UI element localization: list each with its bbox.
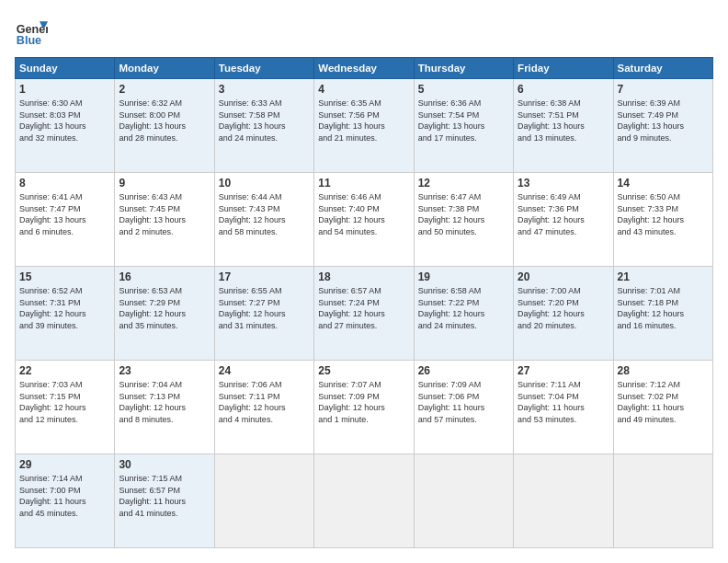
day-info: Sunrise: 6:35 AM Sunset: 7:56 PM Dayligh…: [318, 98, 409, 144]
day-info: Sunrise: 7:00 AM Sunset: 7:20 PM Dayligh…: [518, 285, 609, 331]
day-cell-2: 2Sunrise: 6:32 AM Sunset: 8:00 PM Daylig…: [115, 79, 214, 173]
day-number: 17: [219, 270, 310, 283]
day-cell-26: 26Sunrise: 7:09 AM Sunset: 7:06 PM Dayli…: [414, 361, 513, 454]
day-info: Sunrise: 7:07 AM Sunset: 7:09 PM Dayligh…: [318, 379, 409, 425]
day-number: 10: [219, 177, 310, 190]
weekday-header-monday: Monday: [115, 58, 214, 79]
day-cell-22: 22Sunrise: 7:03 AM Sunset: 7:15 PM Dayli…: [16, 361, 115, 454]
day-info: Sunrise: 7:01 AM Sunset: 7:18 PM Dayligh…: [618, 285, 709, 331]
day-cell-12: 12Sunrise: 6:47 AM Sunset: 7:38 PM Dayli…: [414, 173, 513, 267]
weekday-header-sunday: Sunday: [16, 58, 115, 79]
day-info: Sunrise: 6:43 AM Sunset: 7:45 PM Dayligh…: [119, 191, 210, 237]
calendar-week-4: 29Sunrise: 7:14 AM Sunset: 7:00 PM Dayli…: [16, 454, 713, 548]
weekday-header-friday: Friday: [514, 58, 613, 79]
day-number: 13: [518, 177, 609, 190]
day-cell-6: 6Sunrise: 6:38 AM Sunset: 7:51 PM Daylig…: [514, 79, 613, 173]
empty-cell: [613, 454, 712, 548]
calendar-week-3: 22Sunrise: 7:03 AM Sunset: 7:15 PM Dayli…: [16, 361, 713, 454]
day-number: 26: [418, 364, 509, 377]
calendar-week-2: 15Sunrise: 6:52 AM Sunset: 7:31 PM Dayli…: [16, 267, 713, 361]
day-number: 25: [318, 364, 409, 377]
day-cell-1: 1Sunrise: 6:30 AM Sunset: 8:03 PM Daylig…: [16, 79, 115, 173]
svg-text:Blue: Blue: [17, 34, 41, 47]
day-cell-21: 21Sunrise: 7:01 AM Sunset: 7:18 PM Dayli…: [613, 267, 712, 361]
day-number: 1: [19, 83, 110, 96]
day-number: 11: [318, 177, 409, 190]
day-info: Sunrise: 7:09 AM Sunset: 7:06 PM Dayligh…: [418, 379, 509, 425]
day-info: Sunrise: 6:44 AM Sunset: 7:43 PM Dayligh…: [219, 191, 310, 237]
day-cell-9: 9Sunrise: 6:43 AM Sunset: 7:45 PM Daylig…: [115, 173, 214, 267]
day-number: 6: [518, 83, 609, 96]
weekday-header-thursday: Thursday: [414, 58, 513, 79]
day-info: Sunrise: 6:55 AM Sunset: 7:27 PM Dayligh…: [219, 285, 310, 331]
weekday-header-tuesday: Tuesday: [214, 58, 313, 79]
day-info: Sunrise: 6:36 AM Sunset: 7:54 PM Dayligh…: [418, 98, 509, 144]
calendar-week-1: 8Sunrise: 6:41 AM Sunset: 7:47 PM Daylig…: [16, 173, 713, 267]
day-info: Sunrise: 6:32 AM Sunset: 8:00 PM Dayligh…: [119, 98, 210, 144]
day-cell-25: 25Sunrise: 7:07 AM Sunset: 7:09 PM Dayli…: [314, 361, 414, 454]
day-info: Sunrise: 7:11 AM Sunset: 7:04 PM Dayligh…: [518, 379, 609, 425]
day-number: 23: [119, 364, 210, 377]
day-cell-30: 30Sunrise: 7:15 AM Sunset: 6:57 PM Dayli…: [115, 454, 214, 548]
day-info: Sunrise: 7:15 AM Sunset: 6:57 PM Dayligh…: [119, 473, 210, 519]
day-number: 9: [119, 177, 210, 190]
day-info: Sunrise: 7:04 AM Sunset: 7:13 PM Dayligh…: [119, 379, 210, 425]
day-number: 3: [219, 83, 310, 96]
day-number: 7: [618, 83, 709, 96]
day-number: 21: [618, 270, 709, 283]
day-number: 8: [19, 177, 110, 190]
day-cell-29: 29Sunrise: 7:14 AM Sunset: 7:00 PM Dayli…: [16, 454, 115, 548]
day-cell-16: 16Sunrise: 6:53 AM Sunset: 7:29 PM Dayli…: [115, 267, 214, 361]
day-cell-7: 7Sunrise: 6:39 AM Sunset: 7:49 PM Daylig…: [613, 79, 712, 173]
day-cell-10: 10Sunrise: 6:44 AM Sunset: 7:43 PM Dayli…: [214, 173, 313, 267]
day-cell-13: 13Sunrise: 6:49 AM Sunset: 7:36 PM Dayli…: [514, 173, 613, 267]
day-info: Sunrise: 6:46 AM Sunset: 7:40 PM Dayligh…: [318, 191, 409, 237]
empty-cell: [414, 454, 513, 548]
day-number: 28: [618, 364, 709, 377]
logo-icon: General Blue: [15, 15, 48, 48]
day-cell-28: 28Sunrise: 7:12 AM Sunset: 7:02 PM Dayli…: [613, 361, 712, 454]
day-cell-19: 19Sunrise: 6:58 AM Sunset: 7:22 PM Dayli…: [414, 267, 513, 361]
day-info: Sunrise: 6:49 AM Sunset: 7:36 PM Dayligh…: [518, 191, 609, 237]
day-cell-24: 24Sunrise: 7:06 AM Sunset: 7:11 PM Dayli…: [214, 361, 313, 454]
day-info: Sunrise: 7:06 AM Sunset: 7:11 PM Dayligh…: [219, 379, 310, 425]
day-number: 15: [19, 270, 110, 283]
day-number: 4: [318, 83, 409, 96]
day-number: 18: [318, 270, 409, 283]
weekday-header-wednesday: Wednesday: [314, 58, 414, 79]
day-number: 2: [119, 83, 210, 96]
day-cell-5: 5Sunrise: 6:36 AM Sunset: 7:54 PM Daylig…: [414, 79, 513, 173]
day-number: 16: [119, 270, 210, 283]
empty-cell: [514, 454, 613, 548]
day-number: 27: [518, 364, 609, 377]
day-cell-4: 4Sunrise: 6:35 AM Sunset: 7:56 PM Daylig…: [314, 79, 414, 173]
day-info: Sunrise: 6:53 AM Sunset: 7:29 PM Dayligh…: [119, 285, 210, 331]
day-number: 14: [618, 177, 709, 190]
day-number: 29: [19, 458, 110, 471]
weekday-header-saturday: Saturday: [613, 58, 712, 79]
logo: General Blue: [15, 15, 48, 48]
day-cell-15: 15Sunrise: 6:52 AM Sunset: 7:31 PM Dayli…: [16, 267, 115, 361]
day-info: Sunrise: 6:58 AM Sunset: 7:22 PM Dayligh…: [418, 285, 509, 331]
day-info: Sunrise: 6:33 AM Sunset: 7:58 PM Dayligh…: [219, 98, 310, 144]
day-cell-3: 3Sunrise: 6:33 AM Sunset: 7:58 PM Daylig…: [214, 79, 313, 173]
day-cell-17: 17Sunrise: 6:55 AM Sunset: 7:27 PM Dayli…: [214, 267, 313, 361]
empty-cell: [214, 454, 313, 548]
day-info: Sunrise: 6:52 AM Sunset: 7:31 PM Dayligh…: [19, 285, 110, 331]
day-cell-14: 14Sunrise: 6:50 AM Sunset: 7:33 PM Dayli…: [613, 173, 712, 267]
day-info: Sunrise: 6:30 AM Sunset: 8:03 PM Dayligh…: [19, 98, 110, 144]
day-cell-18: 18Sunrise: 6:57 AM Sunset: 7:24 PM Dayli…: [314, 267, 414, 361]
day-number: 5: [418, 83, 509, 96]
day-cell-27: 27Sunrise: 7:11 AM Sunset: 7:04 PM Dayli…: [514, 361, 613, 454]
day-info: Sunrise: 7:03 AM Sunset: 7:15 PM Dayligh…: [19, 379, 110, 425]
day-cell-8: 8Sunrise: 6:41 AM Sunset: 7:47 PM Daylig…: [16, 173, 115, 267]
day-cell-23: 23Sunrise: 7:04 AM Sunset: 7:13 PM Dayli…: [115, 361, 214, 454]
day-cell-20: 20Sunrise: 7:00 AM Sunset: 7:20 PM Dayli…: [514, 267, 613, 361]
day-number: 20: [518, 270, 609, 283]
day-info: Sunrise: 6:47 AM Sunset: 7:38 PM Dayligh…: [418, 191, 509, 237]
day-info: Sunrise: 7:12 AM Sunset: 7:02 PM Dayligh…: [618, 379, 709, 425]
empty-cell: [314, 454, 414, 548]
day-number: 22: [19, 364, 110, 377]
day-number: 30: [119, 458, 210, 471]
day-info: Sunrise: 6:41 AM Sunset: 7:47 PM Dayligh…: [19, 191, 110, 237]
